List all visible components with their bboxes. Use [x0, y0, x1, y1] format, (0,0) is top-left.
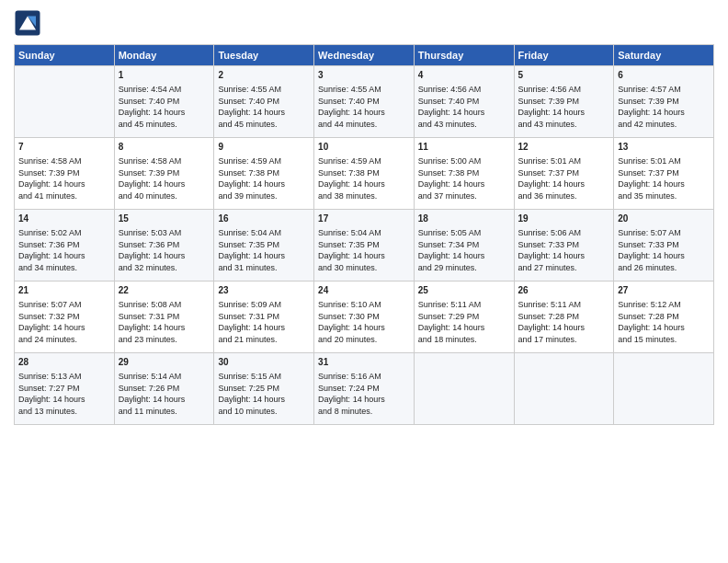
day-info: Sunset: 7:28 PM — [618, 311, 710, 323]
day-info: Sunrise: 5:07 AM — [618, 227, 710, 239]
day-number: 25 — [418, 284, 510, 297]
calendar-cell: 31Sunrise: 5:16 AMSunset: 7:24 PMDayligh… — [314, 353, 415, 425]
day-number: 14 — [18, 213, 110, 225]
day-info: Sunset: 7:39 PM — [618, 96, 710, 108]
day-info: Sunrise: 5:00 AM — [418, 155, 510, 167]
calendar-cell: 10Sunrise: 4:59 AMSunset: 7:38 PMDayligh… — [314, 138, 415, 210]
day-info: Sunset: 7:33 PM — [518, 239, 610, 251]
day-number: 29 — [119, 356, 210, 369]
day-info: Sunrise: 5:13 AM — [18, 371, 110, 383]
page-container: SundayMondayTuesdayWednesdayThursdayFrid… — [0, 0, 728, 563]
day-info: Sunrise: 5:09 AM — [218, 299, 310, 311]
day-info: Daylight: 14 hours — [318, 178, 410, 190]
day-info: Sunset: 7:34 PM — [418, 239, 510, 251]
day-number: 4 — [418, 69, 510, 82]
day-info: Sunset: 7:38 PM — [218, 167, 310, 179]
day-info: Sunrise: 4:59 AM — [218, 155, 310, 167]
week-row-2: 7Sunrise: 4:58 AMSunset: 7:39 PMDaylight… — [15, 138, 714, 210]
day-info: and 27 minutes. — [518, 262, 610, 274]
day-info: Daylight: 14 hours — [218, 250, 310, 262]
day-number: 31 — [318, 356, 410, 369]
day-info: Sunrise: 4:59 AM — [318, 155, 410, 167]
week-row-4: 21Sunrise: 5:07 AMSunset: 7:32 PMDayligh… — [15, 282, 714, 353]
day-info: Daylight: 14 hours — [218, 394, 310, 406]
day-info: Sunset: 7:33 PM — [618, 239, 710, 251]
day-info: Sunrise: 5:02 AM — [18, 227, 110, 239]
day-info: and 13 minutes. — [18, 406, 110, 418]
day-info: Sunset: 7:38 PM — [418, 167, 510, 179]
day-info: Sunset: 7:31 PM — [119, 311, 210, 323]
page-header — [14, 9, 714, 37]
day-info: Sunrise: 5:08 AM — [119, 299, 210, 311]
day-info: Daylight: 14 hours — [418, 178, 510, 190]
day-info: Daylight: 14 hours — [318, 250, 410, 262]
day-info: and 43 minutes. — [418, 119, 510, 131]
day-info: Sunset: 7:24 PM — [318, 383, 410, 395]
day-number: 1 — [119, 69, 210, 82]
day-number: 22 — [119, 284, 210, 297]
day-number: 3 — [318, 69, 410, 82]
day-info: Daylight: 14 hours — [318, 394, 410, 406]
day-info: Sunrise: 5:04 AM — [318, 227, 410, 239]
calendar-cell: 4Sunrise: 4:56 AMSunset: 7:40 PMDaylight… — [414, 66, 514, 138]
day-info: Daylight: 14 hours — [518, 178, 610, 190]
day-number: 2 — [218, 69, 310, 82]
header-cell-wednesday: Wednesday — [314, 45, 415, 66]
calendar-cell: 2Sunrise: 4:55 AMSunset: 7:40 PMDaylight… — [214, 66, 314, 138]
day-info: Daylight: 14 hours — [119, 250, 210, 262]
day-info: Sunrise: 5:01 AM — [618, 155, 710, 167]
day-number: 16 — [218, 213, 310, 225]
day-info: Sunrise: 5:11 AM — [518, 299, 610, 311]
day-info: and 26 minutes. — [618, 262, 710, 274]
day-number: 15 — [119, 213, 210, 225]
calendar-table: SundayMondayTuesdayWednesdayThursdayFrid… — [14, 44, 714, 425]
day-info: Sunset: 7:39 PM — [518, 96, 610, 108]
logo — [14, 9, 45, 37]
day-info: Daylight: 14 hours — [18, 394, 110, 406]
day-info: Daylight: 14 hours — [119, 322, 210, 334]
day-info: Daylight: 14 hours — [318, 107, 410, 119]
calendar-cell — [514, 353, 614, 425]
day-info: Sunset: 7:36 PM — [18, 239, 110, 251]
header-cell-friday: Friday — [514, 45, 614, 66]
day-info: Sunset: 7:38 PM — [318, 167, 410, 179]
day-info: Daylight: 14 hours — [418, 250, 510, 262]
day-number: 11 — [418, 141, 510, 154]
day-number: 7 — [18, 141, 110, 154]
day-info: and 45 minutes. — [218, 119, 310, 131]
calendar-cell: 5Sunrise: 4:56 AMSunset: 7:39 PMDaylight… — [514, 66, 614, 138]
day-info: Sunrise: 4:58 AM — [119, 155, 210, 167]
day-info: Daylight: 14 hours — [418, 322, 510, 334]
day-info: and 42 minutes. — [618, 119, 710, 131]
header-cell-tuesday: Tuesday — [214, 45, 314, 66]
day-info: and 10 minutes. — [218, 406, 310, 418]
day-info: Sunset: 7:37 PM — [618, 167, 710, 179]
day-info: Daylight: 14 hours — [318, 322, 410, 334]
day-number: 26 — [518, 284, 610, 297]
day-info: and 15 minutes. — [618, 334, 710, 346]
day-number: 24 — [318, 284, 410, 297]
day-number: 28 — [18, 356, 110, 369]
day-info: Sunrise: 5:06 AM — [518, 227, 610, 239]
header-cell-monday: Monday — [114, 45, 214, 66]
day-info: Sunset: 7:37 PM — [518, 167, 610, 179]
day-info: Sunrise: 4:57 AM — [618, 84, 710, 96]
day-info: and 21 minutes. — [218, 334, 310, 346]
day-info: and 34 minutes. — [18, 262, 110, 274]
calendar-cell: 15Sunrise: 5:03 AMSunset: 7:36 PMDayligh… — [114, 210, 214, 282]
day-info: and 38 minutes. — [318, 190, 410, 202]
calendar-cell: 9Sunrise: 4:59 AMSunset: 7:38 PMDaylight… — [214, 138, 314, 210]
calendar-cell: 3Sunrise: 4:55 AMSunset: 7:40 PMDaylight… — [314, 66, 415, 138]
calendar-cell: 20Sunrise: 5:07 AMSunset: 7:33 PMDayligh… — [614, 210, 714, 282]
calendar-cell — [614, 353, 714, 425]
day-info: Sunrise: 5:01 AM — [518, 155, 610, 167]
week-row-1: 1Sunrise: 4:54 AMSunset: 7:40 PMDaylight… — [15, 66, 714, 138]
day-info: and 20 minutes. — [318, 334, 410, 346]
day-info: Sunrise: 5:04 AM — [218, 227, 310, 239]
week-row-3: 14Sunrise: 5:02 AMSunset: 7:36 PMDayligh… — [15, 210, 714, 282]
day-info: Sunrise: 4:56 AM — [518, 84, 610, 96]
day-info: Daylight: 14 hours — [18, 322, 110, 334]
day-info: Daylight: 14 hours — [618, 107, 710, 119]
day-info: Sunset: 7:40 PM — [418, 96, 510, 108]
day-info: Sunrise: 5:15 AM — [218, 371, 310, 383]
